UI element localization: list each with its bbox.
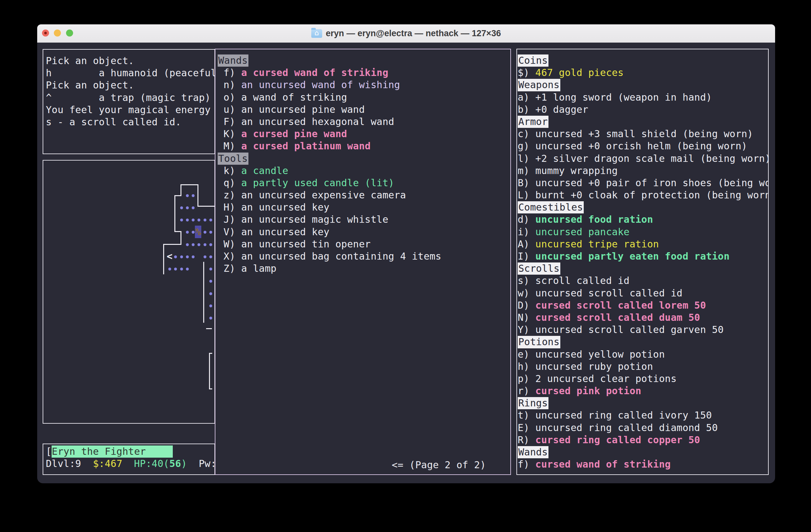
inventory-item-Z[interactable]: Z) a lamp <box>218 263 510 275</box>
map-floor-dot <box>180 206 183 209</box>
minimize-button[interactable] <box>54 30 61 36</box>
item-letter: d) <box>518 214 535 225</box>
inventory-item-n[interactable]: n) an uncursed wand of wishing <box>218 79 510 91</box>
map-wall-segment <box>174 195 181 196</box>
home-folder-icon: ⌂ <box>311 29 322 38</box>
inventory-item-o[interactable]: o) a wand of striking <box>218 91 510 104</box>
map-wall-segment <box>209 353 210 389</box>
item-text: uncursed yellow potion <box>535 349 665 360</box>
item-text: uncursed ruby potion <box>535 361 653 372</box>
inventory-item-z[interactable]: z) an uncursed expensive camera <box>218 189 510 201</box>
message-line: Pick an object. <box>46 55 214 67</box>
item-letter: c) <box>518 128 535 139</box>
item-text: uncursed pancake <box>535 226 630 237</box>
message-line: s - a scroll called id. <box>46 116 214 128</box>
item-text: uncursed scroll called garven 50 <box>535 324 724 335</box>
map-floor-dot <box>197 219 200 221</box>
close-button[interactable] <box>42 30 49 36</box>
upstairs-glyph: < <box>167 250 172 263</box>
item-letter: e) <box>518 349 535 360</box>
inventory-item-A: A) uncursed tripe ration <box>518 238 768 250</box>
inventory-item-k[interactable]: k) a candle <box>218 165 510 177</box>
item-text: uncursed scroll called id <box>535 287 683 299</box>
item-text: uncursed partly eaten food ration <box>535 251 730 262</box>
item-letter: M) <box>218 140 241 152</box>
category-header-rings: Rings <box>518 397 768 409</box>
item-letter: q) <box>218 177 241 188</box>
inventory-item-V[interactable]: V) an uncursed key <box>218 226 510 238</box>
map-floor-dot <box>186 206 189 209</box>
item-letter: I) <box>518 251 535 262</box>
item-letter: X) <box>218 251 241 262</box>
item-letter: b) <box>518 104 535 115</box>
map-floor-dot <box>203 255 206 258</box>
page-indicator: <= (Page 2 of 2) <box>392 459 486 471</box>
item-text: mummy wrapping <box>535 165 618 176</box>
inventory-item-M[interactable]: M) a cursed platinum wand <box>218 140 510 152</box>
item-text: an uncursed key <box>241 226 329 237</box>
inventory-item-H[interactable]: H) an uncursed key <box>218 201 510 214</box>
inventory-item-$: $) 467 gold pieces <box>518 67 768 79</box>
category-header-label: Coins <box>518 54 549 67</box>
menu-rows: Wands f) a cursed wand of striking n) an… <box>218 54 510 275</box>
item-letter: L) <box>518 189 535 201</box>
map-floor-dot <box>168 268 171 270</box>
inventory-item-w: w) uncursed scroll called id <box>518 287 768 299</box>
inventory-item-q[interactable]: q) a partly used candle (lit) <box>218 177 510 189</box>
message-line: h a humanoid (peaceful <box>46 67 214 79</box>
item-letter: n) <box>218 79 241 90</box>
inventory-item-t: t) uncursed ring called ivory 150 <box>518 409 768 421</box>
inventory-item-u[interactable]: u) an uncursed pine wand <box>218 104 510 116</box>
message-line: ^ a trap (magic trap) <box>46 92 214 104</box>
item-text: an uncursed hexagonal wand <box>241 116 394 127</box>
inventory-item-K[interactable]: K) a cursed pine wand <box>218 128 510 140</box>
item-letter: g) <box>518 140 535 152</box>
category-header-label: Wands <box>218 54 248 67</box>
map-floor-dot <box>186 219 189 221</box>
map-floor-dot <box>180 268 183 270</box>
item-letter: $) <box>518 67 535 78</box>
inventory-item-f[interactable]: f) a cursed wand of striking <box>218 67 510 79</box>
window-titlebar[interactable]: ⌂ eryn — eryn@electra — nethack — 127×36 <box>37 25 775 43</box>
status-panel: [Eryn the Fighter Dlvl:9 $:467 HP:40(56)… <box>43 443 215 475</box>
item-text: cursed pink potion <box>535 385 641 396</box>
item-letter: a) <box>518 92 535 103</box>
inventory-item-b: b) +0 dagger <box>518 104 768 116</box>
item-text: an uncursed tin opener <box>241 238 370 250</box>
zoom-button[interactable] <box>66 30 73 36</box>
inventory-item-X[interactable]: X) an uncursed bag containing 4 items <box>218 250 510 263</box>
map-floor-dot <box>209 243 212 246</box>
category-header-scrolls: Scrolls <box>518 263 768 275</box>
item-text: cursed ring called copper 50 <box>535 434 700 445</box>
item-letter: W) <box>218 238 241 250</box>
message-panel: Pick an object.h a humanoid (peacefulPic… <box>43 49 215 154</box>
map-floor-dot <box>180 219 183 221</box>
map-floor-dot <box>192 219 195 221</box>
inventory-item-p: p) 2 uncursed clear potions <box>518 373 768 385</box>
map-floor-dot <box>174 268 177 270</box>
item-text: 467 gold pieces <box>535 67 624 78</box>
map-wall-segment <box>163 244 181 245</box>
map-wall-segment <box>174 195 175 232</box>
inventory-menu-panel: Wands f) a cursed wand of striking n) an… <box>215 49 511 475</box>
map-floor-dot <box>203 219 206 221</box>
map-wall-segment <box>163 244 164 274</box>
inventory-item-J[interactable]: J) an uncursed magic whistle <box>218 214 510 225</box>
item-letter: r) <box>518 385 535 396</box>
item-letter: f) <box>218 67 241 78</box>
inventory-item-W[interactable]: W) an uncursed tin opener <box>218 238 510 250</box>
category-header-label: Comestibles <box>518 201 584 214</box>
item-letter: J) <box>218 214 241 225</box>
inventory-item-N: N) cursed scroll called duam 50 <box>518 312 768 324</box>
map-wall-segment <box>197 206 215 207</box>
map-floor-dot <box>209 231 212 234</box>
item-text: uncursed +3 small shield (being worn) <box>535 128 753 139</box>
map-floor-dot <box>203 231 206 234</box>
map-item-cell: % <box>195 225 201 238</box>
item-letter: t) <box>518 410 535 421</box>
item-letter: o) <box>218 92 241 103</box>
category-header-comestibles: Comestibles <box>518 201 768 214</box>
inventory-item-F[interactable]: F) an uncursed hexagonal wand <box>218 116 510 128</box>
terminal-window: ⌂ eryn — eryn@electra — nethack — 127×36… <box>37 25 775 483</box>
item-letter: u) <box>218 104 241 115</box>
